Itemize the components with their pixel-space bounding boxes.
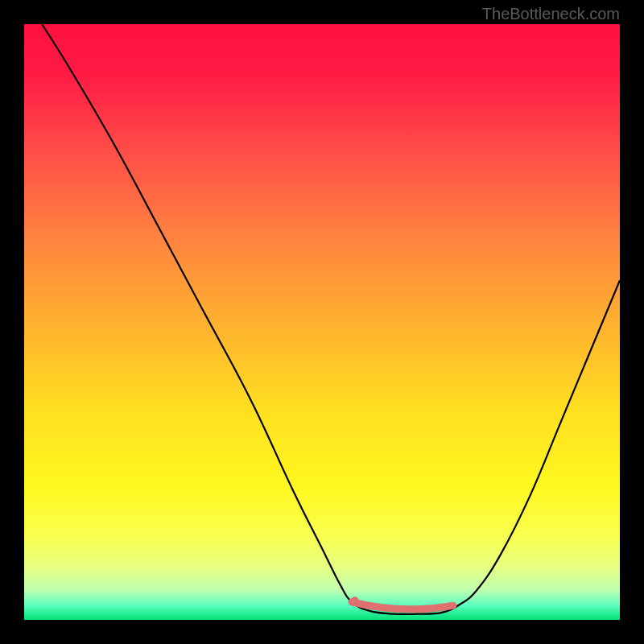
- plot-area: [24, 24, 620, 620]
- bottleneck-curve: [42, 24, 620, 614]
- curve-overlay: [24, 24, 620, 620]
- watermark-text: TheBottleneck.com: [482, 5, 620, 23]
- marker-dot: [351, 597, 359, 605]
- chart-container: TheBottleneck.com: [0, 0, 644, 644]
- optimal-range-marker: [352, 602, 453, 609]
